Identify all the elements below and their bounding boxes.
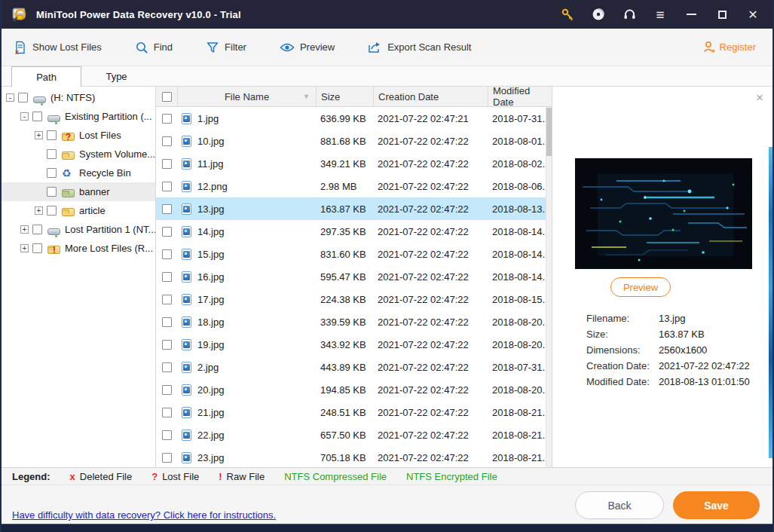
preview-button[interactable]: Preview bbox=[610, 277, 671, 297]
table-row[interactable]: 10.jpg 881.68 KB 2021-07-22 02:47:22 201… bbox=[156, 130, 552, 152]
tree-checkbox[interactable] bbox=[32, 225, 42, 234]
file-modified-date: 2018-08-02... bbox=[488, 158, 552, 170]
tree-expander-icon[interactable]: - bbox=[20, 112, 29, 121]
tree-item[interactable]: + Lost Files bbox=[2, 126, 155, 145]
tree-item[interactable]: - Existing Partition (... bbox=[2, 107, 155, 126]
tree-expander-icon[interactable]: + bbox=[20, 244, 29, 252]
minimize-icon bbox=[687, 14, 696, 15]
table-row[interactable]: 18.jpg 339.59 KB 2021-07-22 02:47:22 201… bbox=[156, 310, 552, 333]
column-header-file-name[interactable]: File Name ▼ bbox=[177, 87, 316, 106]
tree-expander-icon[interactable]: - bbox=[6, 93, 14, 102]
tree-checkbox[interactable] bbox=[32, 243, 42, 253]
row-checkbox[interactable] bbox=[162, 430, 172, 440]
tree-item-label: System Volume... bbox=[79, 148, 155, 160]
tree-checkbox[interactable] bbox=[47, 168, 57, 178]
row-checkbox[interactable] bbox=[162, 317, 172, 327]
row-checkbox[interactable] bbox=[162, 385, 172, 395]
file-name: 10.jpg bbox=[197, 136, 224, 147]
detail-row: Dimensions: 2560x1600 bbox=[586, 342, 766, 358]
file-name: 14.jpg bbox=[197, 226, 224, 237]
row-checkbox[interactable] bbox=[162, 227, 172, 237]
filter-button[interactable]: Filter bbox=[206, 41, 246, 54]
tree-checkbox[interactable] bbox=[47, 149, 57, 159]
table-row[interactable]: 23.jpg 705.18 KB 2021-07-22 02:47:22 201… bbox=[156, 446, 552, 467]
file-modified-date: 2018-08-21... bbox=[488, 407, 552, 418]
row-checkbox[interactable] bbox=[162, 295, 172, 304]
tab-type[interactable]: Type bbox=[81, 66, 151, 87]
table-row[interactable]: 19.jpg 343.92 KB 2021-07-22 02:47:22 201… bbox=[156, 333, 552, 356]
tree-item[interactable]: + Lost Partition 1 (NT... bbox=[2, 220, 155, 239]
table-row[interactable]: 16.jpg 595.47 KB 2021-07-22 02:47:22 201… bbox=[156, 265, 552, 288]
table-row[interactable]: 21.jpg 248.51 KB 2021-07-22 02:47:22 201… bbox=[156, 401, 552, 423]
detail-value: 163.87 KB bbox=[659, 326, 766, 342]
tree-checkbox[interactable] bbox=[32, 112, 42, 121]
row-checkbox[interactable] bbox=[162, 272, 172, 282]
tree-item-label: Lost Files bbox=[79, 130, 121, 141]
table-body: 1.jpg 636.99 KB 2021-07-22 02:47:21 2018… bbox=[156, 107, 552, 467]
table-row[interactable]: 22.jpg 657.50 KB 2021-07-22 02:47:22 201… bbox=[156, 423, 552, 446]
table-scrollbar[interactable] bbox=[546, 107, 552, 467]
row-checkbox[interactable] bbox=[162, 453, 172, 463]
help-link[interactable]: Have difficulty with data recovery? Clic… bbox=[12, 509, 276, 521]
table-row[interactable]: 12.png 2.98 MB 2021-07-22 02:47:22 2018-… bbox=[156, 175, 552, 197]
minimize-button[interactable] bbox=[681, 4, 702, 25]
column-header-creation-date[interactable]: Creation Date bbox=[373, 87, 488, 106]
row-checkbox[interactable] bbox=[162, 204, 172, 214]
tree-expander-icon[interactable]: + bbox=[35, 131, 43, 139]
row-checkbox[interactable] bbox=[162, 362, 172, 372]
show-lost-files-icon: x bbox=[14, 41, 27, 54]
row-checkbox[interactable] bbox=[162, 114, 172, 124]
image-file-icon bbox=[182, 316, 191, 328]
tree-item[interactable]: System Volume... bbox=[2, 145, 155, 164]
tree-checkbox[interactable] bbox=[47, 187, 57, 197]
bootable-media-icon[interactable] bbox=[588, 4, 609, 25]
tree-item[interactable]: banner bbox=[2, 182, 155, 201]
tree-expander-icon[interactable]: + bbox=[20, 225, 29, 234]
find-button[interactable]: Find bbox=[135, 41, 173, 54]
table-row[interactable]: 14.jpg 297.35 KB 2021-07-22 02:47:22 201… bbox=[156, 220, 552, 243]
table-row[interactable]: 20.jpg 194.85 KB 2021-07-22 02:47:22 201… bbox=[156, 378, 552, 401]
license-key-icon[interactable] bbox=[557, 4, 578, 25]
image-file-icon bbox=[182, 384, 191, 396]
tab-path[interactable]: Path bbox=[11, 66, 81, 87]
support-headset-icon[interactable] bbox=[619, 4, 640, 25]
export-scan-result-button[interactable]: Export Scan Result bbox=[368, 41, 471, 54]
back-button[interactable]: Back bbox=[575, 491, 664, 519]
table-row[interactable]: 1.jpg 636.99 KB 2021-07-22 02:47:21 2018… bbox=[156, 107, 552, 130]
table-row[interactable]: 13.jpg 163.87 KB 2021-07-22 02:47:22 201… bbox=[156, 197, 552, 220]
table-row[interactable]: 11.jpg 349.21 KB 2021-07-22 02:47:22 201… bbox=[156, 152, 552, 175]
tree-item[interactable]: Recycle Bin bbox=[2, 164, 155, 182]
row-checkbox[interactable] bbox=[162, 159, 172, 169]
row-checkbox[interactable] bbox=[162, 182, 172, 191]
close-button[interactable]: ✕ bbox=[742, 4, 763, 25]
row-checkbox[interactable] bbox=[162, 136, 172, 146]
tree-item[interactable]: + More Lost Files (R... bbox=[2, 239, 155, 258]
tree-checkbox[interactable] bbox=[18, 93, 28, 102]
tree-item[interactable]: + article bbox=[2, 201, 155, 220]
register-button[interactable]: Register bbox=[702, 41, 756, 54]
table-row[interactable]: 17.jpg 224.38 KB 2021-07-22 02:47:22 201… bbox=[156, 288, 552, 310]
tree-item[interactable]: - (H: NTFS) bbox=[2, 88, 155, 107]
column-header-modified-date[interactable]: Modified Date bbox=[488, 87, 552, 106]
row-checkbox[interactable] bbox=[162, 408, 172, 417]
preview-close-icon[interactable]: × bbox=[756, 91, 763, 104]
save-button[interactable]: Save bbox=[673, 491, 760, 519]
file-name: 16.jpg bbox=[197, 271, 224, 283]
table-row[interactable]: 15.jpg 831.60 KB 2021-07-22 02:47:22 201… bbox=[156, 243, 552, 265]
row-checkbox[interactable] bbox=[162, 249, 172, 259]
column-header-size[interactable]: Size bbox=[316, 87, 373, 106]
tree-checkbox[interactable] bbox=[47, 130, 57, 140]
select-all-checkbox[interactable] bbox=[162, 92, 172, 102]
tree-checkbox[interactable] bbox=[47, 206, 57, 216]
sort-desc-icon[interactable]: ▼ bbox=[303, 93, 310, 100]
table-scrollbar-thumb[interactable] bbox=[546, 108, 552, 156]
tree-expander-icon[interactable]: + bbox=[35, 206, 43, 215]
title-bar: MiniTool Power Data Recovery v10.0 - Tri… bbox=[2, 0, 772, 29]
show-lost-files-button[interactable]: x Show Lost Files bbox=[14, 41, 102, 54]
export-scan-result-label: Export Scan Result bbox=[387, 41, 471, 53]
table-row[interactable]: 2.jpg 443.89 KB 2021-07-22 02:47:22 2018… bbox=[156, 356, 552, 378]
row-checkbox[interactable] bbox=[162, 340, 172, 350]
preview-toolbar-button[interactable]: Preview bbox=[280, 41, 335, 54]
maximize-button[interactable] bbox=[711, 4, 733, 25]
menu-icon[interactable]: ≡ bbox=[650, 4, 671, 25]
